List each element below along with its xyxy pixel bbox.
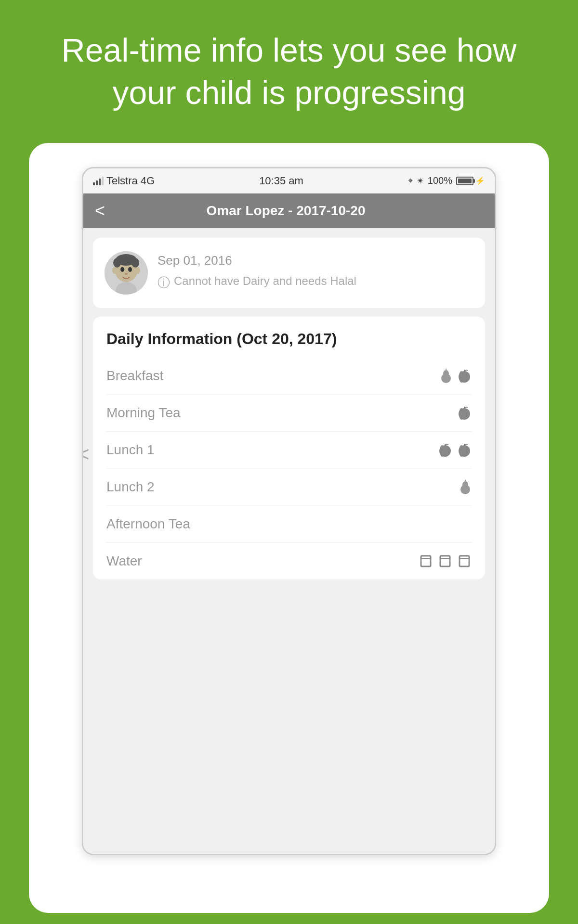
svg-point-3 [135, 267, 140, 274]
profile-info: Sep 01, 2016 ⓘ Cannot have Dairy and nee… [158, 251, 473, 291]
svg-point-18 [459, 408, 464, 420]
svg-point-15 [459, 371, 464, 383]
cup-icon-2 [438, 554, 452, 568]
profile-note: ⓘ Cannot have Dairy and needs Halal [158, 273, 473, 291]
breakfast-icons [440, 369, 472, 383]
network-label: 4G [141, 175, 155, 187]
meal-label-morning-tea: Morning Tea [106, 405, 181, 421]
phone-content: Sep 01, 2016 ⓘ Cannot have Dairy and nee… [83, 228, 495, 854]
daily-title: Daily Information (Oct 20, 2017) [106, 330, 472, 348]
pear-icon-2 [459, 480, 472, 494]
carrier-label: Telstra [106, 175, 138, 187]
page-heading: Real-time info lets you see how your chi… [39, 29, 539, 114]
svg-point-9 [125, 273, 128, 275]
apple-icon-4 [457, 443, 472, 457]
morning-tea-icons [457, 406, 472, 420]
meal-row-morning-tea[interactable]: Morning Tea [106, 395, 472, 432]
svg-rect-29 [421, 556, 431, 566]
profile-date: Sep 01, 2016 [158, 253, 473, 268]
apple-icon [457, 369, 472, 383]
lunch2-icons [459, 480, 472, 494]
alert-icon: ⓘ [158, 274, 170, 291]
meal-label-afternoon-tea: Afternoon Tea [106, 516, 190, 532]
water-icons [419, 554, 472, 568]
svg-point-8 [128, 267, 132, 272]
cup-icon-3 [457, 554, 472, 568]
avatar [105, 251, 148, 295]
location-icon: ⌖ [408, 176, 413, 186]
svg-rect-33 [460, 556, 469, 566]
nav-title: Omar Lopez - 2017-10-20 [113, 203, 483, 218]
svg-rect-31 [440, 556, 450, 566]
daily-card: < Daily Information (Oct 20, 2017) Break… [93, 317, 485, 579]
prev-chevron[interactable]: < [82, 443, 90, 466]
cup-icon-1 [419, 554, 433, 568]
svg-point-12 [443, 370, 449, 377]
lunch1-icons [438, 443, 472, 457]
svg-point-21 [440, 445, 445, 457]
meal-label-lunch1: Lunch 1 [106, 442, 155, 458]
meal-row-lunch1[interactable]: Lunch 1 [106, 432, 472, 469]
meal-row-breakfast[interactable]: Breakfast [106, 358, 472, 395]
bluetooth-icon: ✴ [417, 176, 424, 186]
meal-label-water: Water [106, 553, 142, 569]
status-right: ⌖ ✴ 100% ⚡ [408, 175, 485, 186]
nav-bar: < Omar Lopez - 2017-10-20 [83, 193, 495, 228]
battery-label: 100% [428, 175, 452, 186]
svg-point-7 [120, 267, 124, 272]
svg-point-24 [459, 445, 464, 457]
meal-row-afternoon-tea[interactable]: Afternoon Tea [106, 506, 472, 543]
apple-icon-2 [457, 406, 472, 420]
svg-point-5 [113, 258, 121, 268]
meal-row-water[interactable]: Water [106, 543, 472, 579]
status-left: Telstra 4G [93, 175, 155, 187]
time-display: 10:35 am [259, 175, 303, 187]
outer-card: Telstra 4G 10:35 am ⌖ ✴ 100% ⚡ [29, 143, 549, 913]
pear-icon [440, 369, 452, 383]
phone-frame: Telstra 4G 10:35 am ⌖ ✴ 100% ⚡ [82, 167, 496, 855]
meal-row-lunch2[interactable]: Lunch 2 [106, 469, 472, 506]
apple-icon-3 [438, 443, 452, 457]
meal-label-lunch2: Lunch 2 [106, 479, 155, 495]
svg-point-2 [112, 267, 117, 274]
meal-label-breakfast: Breakfast [106, 368, 163, 384]
status-bar: Telstra 4G 10:35 am ⌖ ✴ 100% ⚡ [83, 168, 495, 193]
svg-point-6 [131, 258, 139, 268]
signal-icon [93, 177, 104, 185]
svg-point-27 [462, 481, 468, 488]
battery-icon: ⚡ [456, 176, 485, 185]
profile-card: Sep 01, 2016 ⓘ Cannot have Dairy and nee… [93, 238, 485, 308]
back-button[interactable]: < [95, 202, 105, 219]
